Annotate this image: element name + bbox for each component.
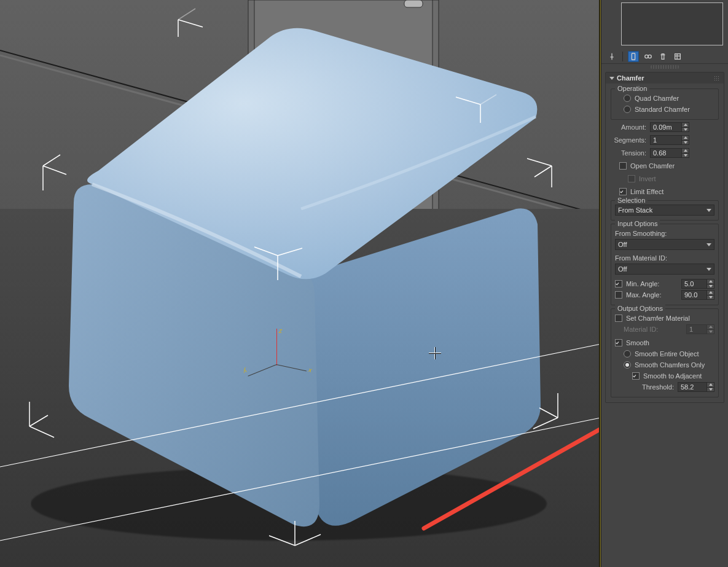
output-options-legend: Output Options <box>615 305 665 312</box>
standard-chamfer-label: Standard Chamfer <box>635 106 690 113</box>
threshold-label: Threshold: <box>624 383 674 391</box>
chevron-down-icon <box>706 209 711 212</box>
segments-spinner[interactable] <box>650 135 689 145</box>
limit-effect-label: Limit Effect <box>630 188 663 195</box>
smooth-label: Smooth <box>626 339 649 346</box>
spinner-up-icon[interactable] <box>681 123 689 128</box>
svg-marker-16 <box>684 136 687 139</box>
make-unique-icon[interactable] <box>643 51 654 62</box>
svg-marker-23 <box>709 296 713 299</box>
show-end-result-icon[interactable] <box>628 51 639 62</box>
panel-drag-grip[interactable] <box>651 65 679 69</box>
smooth-chamfers-radio[interactable] <box>624 361 631 369</box>
selection-value: From Stack <box>618 206 652 214</box>
output-options-group: Output Options Set Chamfer Material Mate… <box>611 308 719 397</box>
chevron-down-icon <box>706 243 711 246</box>
segments-input[interactable] <box>651 136 681 144</box>
limit-effect-checkbox[interactable] <box>619 188 627 195</box>
selection-legend: Selection <box>615 197 648 204</box>
svg-marker-18 <box>684 149 687 152</box>
chamfered-box-mesh[interactable] <box>31 0 584 553</box>
configure-modifier-sets-icon[interactable] <box>672 51 683 62</box>
operation-legend: Operation <box>615 85 649 92</box>
smooth-entire-radio[interactable] <box>624 350 631 358</box>
svg-marker-15 <box>684 128 687 131</box>
svg-rect-13 <box>675 53 681 59</box>
svg-point-11 <box>645 55 648 58</box>
preview-thumbnail <box>621 2 723 45</box>
svg-marker-24 <box>709 326 713 328</box>
set-chamfer-material-checkbox[interactable] <box>615 315 622 322</box>
from-matid-dropdown[interactable]: Off <box>615 264 714 275</box>
open-chamfer-label: Open Chamfer <box>630 162 675 170</box>
svg-point-12 <box>648 55 651 58</box>
open-chamfer-checkbox[interactable] <box>619 162 627 170</box>
smooth-adjacent-label: Smooth to Adjacent <box>643 372 702 380</box>
segments-label: Segments: <box>611 136 646 144</box>
selection-dropdown[interactable]: From Stack <box>615 205 714 216</box>
from-smoothing-dropdown[interactable]: Off <box>615 239 714 250</box>
tension-input[interactable] <box>651 149 681 157</box>
invert-label: Invert <box>639 175 656 182</box>
svg-marker-25 <box>709 330 713 333</box>
command-panel: Chamfer Operation Quad Chamfer Standard … <box>601 0 728 567</box>
set-chamfer-material-label: Set Chamfer Material <box>626 315 690 322</box>
pin-stack-icon[interactable] <box>606 51 617 62</box>
chamfer-rollout: Chamfer Operation Quad Chamfer Standard … <box>605 72 724 403</box>
tension-label: Tension: <box>611 149 646 157</box>
operation-group: Operation Quad Chamfer Standard Chamfer <box>611 88 719 120</box>
quad-chamfer-label: Quad Chamfer <box>635 95 679 102</box>
tension-spinner[interactable] <box>650 148 689 158</box>
rollout-title: Chamfer <box>617 74 644 82</box>
svg-marker-22 <box>709 291 713 294</box>
invert-checkbox <box>628 175 635 182</box>
svg-marker-26 <box>709 383 713 386</box>
chamfer-rollout-header[interactable]: Chamfer <box>606 72 724 84</box>
smooth-entire-label: Smooth Entire Object <box>635 350 699 358</box>
modifier-stack-toolbar <box>601 49 728 64</box>
input-options-legend: Input Options <box>615 220 660 227</box>
amount-spinner[interactable] <box>650 122 689 132</box>
selection-group: Selection From Stack <box>611 200 719 221</box>
standard-chamfer-radio[interactable] <box>624 106 631 113</box>
smooth-checkbox[interactable] <box>615 339 622 346</box>
material-id-spinner <box>686 324 714 334</box>
viewport-3d[interactable] <box>0 0 601 567</box>
spinner-down-icon[interactable] <box>681 128 689 132</box>
threshold-spinner[interactable] <box>678 382 714 392</box>
from-matid-label: From Material ID: <box>615 254 667 262</box>
quad-chamfer-radio[interactable] <box>624 95 631 102</box>
svg-marker-27 <box>709 388 713 391</box>
rollout-grip-icon[interactable] <box>714 76 720 80</box>
min-angle-checkbox[interactable] <box>615 280 622 287</box>
max-angle-spinner[interactable] <box>681 290 714 300</box>
svg-marker-20 <box>709 280 713 283</box>
input-options-group: Input Options From Smoothing: Off From M… <box>611 224 719 305</box>
smooth-chamfers-label: Smooth Chamfers Only <box>635 361 705 369</box>
chevron-down-icon <box>609 77 614 80</box>
max-angle-checkbox[interactable] <box>615 291 622 299</box>
svg-rect-10 <box>632 53 635 60</box>
svg-marker-21 <box>709 285 713 287</box>
amount-input[interactable] <box>651 123 681 131</box>
material-id-label: Material ID: <box>624 326 683 333</box>
svg-marker-14 <box>684 123 687 126</box>
amount-label: Amount: <box>611 123 646 131</box>
max-angle-label: Max. Angle: <box>626 291 678 299</box>
chevron-down-icon <box>706 268 711 271</box>
smooth-adjacent-checkbox[interactable] <box>632 372 640 380</box>
svg-marker-17 <box>684 141 687 144</box>
min-angle-label: Min. Angle: <box>626 280 678 287</box>
from-smoothing-label: From Smoothing: <box>615 230 667 237</box>
remove-modifier-icon[interactable] <box>657 51 668 62</box>
min-angle-spinner[interactable] <box>681 279 714 289</box>
svg-marker-19 <box>684 154 687 157</box>
